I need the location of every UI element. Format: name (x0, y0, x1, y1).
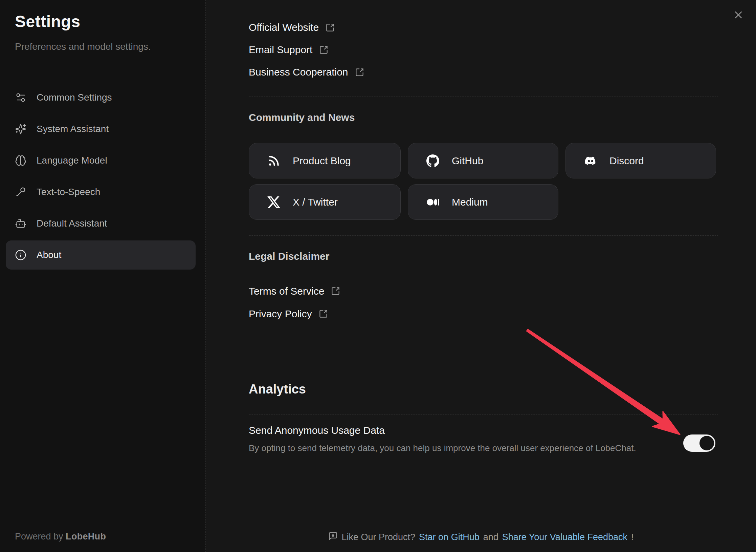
footer-text-prefix: Like Our Product? (341, 532, 415, 543)
github-button[interactable]: GitHub (408, 143, 558, 178)
usage-data-toggle[interactable] (683, 434, 715, 452)
sidebar-item-text-to-speech[interactable]: Text-to-Speech (6, 177, 196, 207)
community-buttons: Product Blog GitHub Discord (249, 143, 716, 220)
footer-text-suffix: ! (631, 532, 634, 543)
settings-sidebar: Settings Preferences and model settings.… (0, 0, 206, 552)
divider (249, 414, 718, 415)
discord-icon (584, 154, 597, 168)
about-panel: Contact Us Official Website Email Suppor… (206, 0, 756, 552)
usage-data-description: By opting to send telemetry data, you ca… (249, 443, 636, 453)
privacy-policy-link[interactable]: Privacy Policy (249, 302, 340, 325)
x-icon (267, 195, 281, 209)
divider (249, 97, 718, 97)
star-on-github-link[interactable]: Star on GitHub (419, 532, 480, 543)
external-link-icon (319, 309, 328, 318)
divider (249, 235, 718, 236)
usage-data-label: Send Anonymous Usage Data (249, 425, 385, 436)
medium-icon (426, 195, 440, 209)
link-label: Business Cooperation (249, 66, 348, 78)
sidebar-item-default-assistant[interactable]: Default Assistant (6, 209, 196, 238)
legal-heading: Legal Disclaimer (249, 251, 329, 262)
info-icon (15, 249, 26, 261)
button-label: X / Twitter (293, 196, 338, 208)
about-content: Contact Us Official Website Email Suppor… (249, 0, 718, 552)
mic-icon (15, 186, 26, 198)
sidebar-item-about[interactable]: About (6, 240, 196, 270)
footer-text-and: and (483, 532, 498, 543)
external-link-icon (331, 286, 340, 296)
sidebar-item-label: System Assistant (37, 124, 109, 134)
terms-of-service-link[interactable]: Terms of Service (249, 280, 340, 302)
external-link-icon (326, 23, 335, 32)
feedback-bubble-icon (328, 531, 338, 543)
discord-button[interactable]: Discord (565, 143, 716, 178)
bot-icon (15, 218, 26, 229)
sparkles-icon (15, 123, 26, 135)
button-label: Discord (609, 155, 644, 167)
link-label: Terms of Service (249, 285, 324, 297)
button-label: Product Blog (293, 155, 351, 167)
button-label: Medium (452, 196, 488, 208)
sidebar-item-system-assistant[interactable]: System Assistant (6, 114, 196, 144)
page-subtitle: Preferences and model settings. (15, 41, 151, 52)
feedback-footer: Like Our Product? Star on GitHub and Sha… (206, 531, 756, 543)
toggle-knob (699, 436, 714, 450)
button-label: GitHub (452, 155, 483, 167)
product-blog-button[interactable]: Product Blog (249, 143, 401, 178)
contact-links: Official Website Email Support Business … (249, 16, 364, 83)
medium-button[interactable]: Medium (408, 184, 558, 220)
page-title: Settings (15, 12, 80, 31)
rss-icon (267, 154, 281, 168)
external-link-icon (319, 45, 328, 55)
close-button[interactable] (732, 9, 744, 22)
business-cooperation-link[interactable]: Business Cooperation (249, 61, 364, 83)
settings-window: Settings Preferences and model settings.… (0, 0, 756, 552)
github-icon (426, 154, 440, 168)
analytics-heading: Analytics (249, 382, 306, 397)
external-link-icon (355, 68, 364, 77)
link-label: Privacy Policy (249, 308, 312, 320)
sidebar-item-label: Common Settings (37, 92, 112, 103)
sidebar-item-label: Text-to-Speech (37, 187, 100, 197)
brand-logo: LobeHub (66, 531, 106, 542)
sidebar-menu: Common Settings System Assistant Languag… (6, 83, 196, 270)
sidebar-item-label: About (37, 250, 61, 260)
community-heading: Community and News (249, 112, 355, 123)
link-label: Official Website (249, 22, 319, 33)
x-twitter-button[interactable]: X / Twitter (249, 184, 401, 220)
legal-links: Terms of Service Privacy Policy (249, 280, 340, 325)
sidebar-item-label: Language Model (37, 155, 107, 166)
powered-by-text: Powered by (15, 531, 63, 542)
share-feedback-link[interactable]: Share Your Valuable Feedback (502, 532, 627, 543)
powered-by: Powered by LobeHub (15, 531, 106, 542)
official-website-link[interactable]: Official Website (249, 16, 364, 39)
brain-icon (15, 155, 26, 166)
sidebar-item-language-model[interactable]: Language Model (6, 146, 196, 175)
sidebar-item-common-settings[interactable]: Common Settings (6, 83, 196, 112)
sliders-icon (15, 92, 26, 103)
link-label: Email Support (249, 44, 312, 56)
sidebar-item-label: Default Assistant (37, 218, 107, 229)
email-support-link[interactable]: Email Support (249, 39, 364, 61)
close-icon (733, 10, 743, 21)
